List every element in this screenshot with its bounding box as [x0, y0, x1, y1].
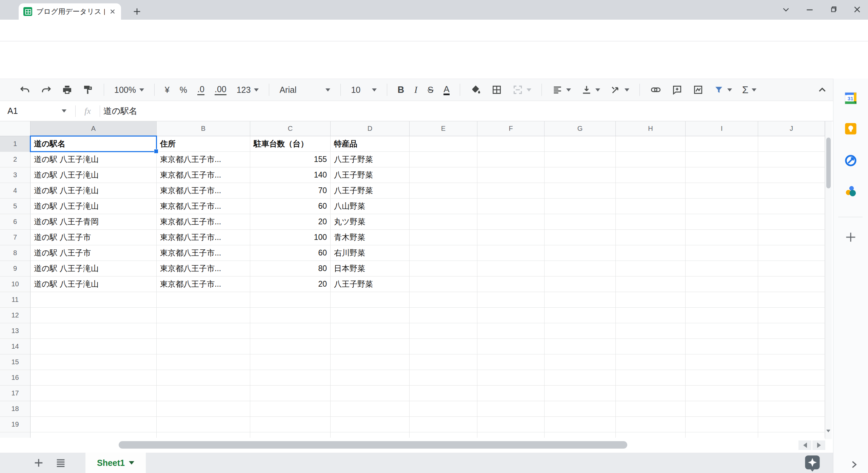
name-box-dropdown-icon[interactable]: [62, 109, 66, 112]
window-restore-button[interactable]: [826, 3, 841, 16]
cell-C9[interactable]: 80: [250, 261, 331, 276]
cell-C12[interactable]: [250, 308, 331, 323]
cell-C1[interactable]: 駐車台数（台）: [250, 136, 331, 152]
row-header-5[interactable]: 5: [0, 199, 31, 214]
cell-B16[interactable]: [157, 370, 250, 386]
cell-A6[interactable]: 道の駅 八王子青岡: [31, 214, 157, 230]
sheet-tab-active[interactable]: Sheet1: [85, 453, 146, 473]
keep-button[interactable]: [844, 122, 857, 136]
cell-B4[interactable]: 東京都八王子市...: [157, 183, 250, 199]
cell-B9[interactable]: 東京都八王子市...: [157, 261, 250, 276]
strikethrough-button[interactable]: S: [428, 85, 433, 95]
row-header-9[interactable]: 9: [0, 261, 31, 276]
cell-B11[interactable]: [157, 292, 250, 308]
cell-H10[interactable]: [616, 276, 686, 292]
cell-J17[interactable]: [758, 386, 825, 401]
cell-C4[interactable]: 70: [250, 183, 331, 199]
cell-C10[interactable]: 20: [250, 276, 331, 292]
cell-I16[interactable]: [686, 370, 758, 386]
cell-F8[interactable]: [477, 245, 545, 261]
cell-J3[interactable]: [758, 167, 825, 183]
cell-E18[interactable]: [410, 401, 477, 417]
italic-button[interactable]: I: [414, 85, 417, 95]
cell-F1[interactable]: [477, 136, 545, 152]
cell-I20[interactable]: [686, 432, 758, 438]
vertical-align-button[interactable]: [581, 84, 600, 95]
tab-search-button[interactable]: [778, 3, 793, 16]
cell-C17[interactable]: [250, 386, 331, 401]
scroll-left-button[interactable]: [798, 440, 811, 450]
bold-button[interactable]: B: [397, 85, 404, 95]
cell-H20[interactable]: [616, 432, 686, 438]
cell-D9[interactable]: 日本野菜: [331, 261, 410, 276]
cell-C16[interactable]: [250, 370, 331, 386]
cell-H1[interactable]: [616, 136, 686, 152]
cell-J11[interactable]: [758, 292, 825, 308]
cell-G8[interactable]: [545, 245, 616, 261]
cell-E1[interactable]: [410, 136, 477, 152]
row-header-11[interactable]: 11: [0, 292, 31, 308]
cell-I19[interactable]: [686, 417, 758, 432]
cell-G9[interactable]: [545, 261, 616, 276]
column-header-g[interactable]: G: [545, 121, 616, 136]
cell-H11[interactable]: [616, 292, 686, 308]
cell-J5[interactable]: [758, 199, 825, 214]
cell-E17[interactable]: [410, 386, 477, 401]
cell-F16[interactable]: [477, 370, 545, 386]
row-header-16[interactable]: 16: [0, 370, 31, 386]
cell-D17[interactable]: [331, 386, 410, 401]
increase-decimal-button[interactable]: .00: [215, 84, 226, 95]
cell-G5[interactable]: [545, 199, 616, 214]
row-header-14[interactable]: 14: [0, 339, 31, 354]
row-header-8[interactable]: 8: [0, 245, 31, 261]
cell-E7[interactable]: [410, 230, 477, 245]
print-icon[interactable]: [62, 84, 73, 95]
cell-D20[interactable]: [331, 432, 410, 438]
insert-chart-icon[interactable]: [693, 84, 704, 95]
contacts-button[interactable]: [844, 184, 857, 198]
get-addons-button[interactable]: [844, 230, 857, 244]
cell-C7[interactable]: 100: [250, 230, 331, 245]
cell-E4[interactable]: [410, 183, 477, 199]
row-header-19[interactable]: 19: [0, 417, 31, 432]
cell-E20[interactable]: [410, 432, 477, 438]
cell-E5[interactable]: [410, 199, 477, 214]
cell-G19[interactable]: [545, 417, 616, 432]
horizontal-align-button[interactable]: [552, 84, 571, 95]
cell-D12[interactable]: [331, 308, 410, 323]
cell-J6[interactable]: [758, 214, 825, 230]
cell-D16[interactable]: [331, 370, 410, 386]
cell-F13[interactable]: [477, 323, 545, 339]
cell-G2[interactable]: [545, 152, 616, 167]
cell-I14[interactable]: [686, 339, 758, 354]
cell-G18[interactable]: [545, 401, 616, 417]
cell-D1[interactable]: 特産品: [331, 136, 410, 152]
cell-E16[interactable]: [410, 370, 477, 386]
cell-D11[interactable]: [331, 292, 410, 308]
cell-B19[interactable]: [157, 417, 250, 432]
cell-A17[interactable]: [31, 386, 157, 401]
cell-A15[interactable]: [31, 354, 157, 370]
cell-H15[interactable]: [616, 354, 686, 370]
cell-B3[interactable]: 東京都八王子市...: [157, 167, 250, 183]
cell-G7[interactable]: [545, 230, 616, 245]
cell-G1[interactable]: [545, 136, 616, 152]
cell-C19[interactable]: [250, 417, 331, 432]
cell-B7[interactable]: 東京都八王子市...: [157, 230, 250, 245]
cell-A13[interactable]: [31, 323, 157, 339]
cell-I8[interactable]: [686, 245, 758, 261]
row-header-13[interactable]: 13: [0, 323, 31, 339]
filter-button[interactable]: [714, 85, 732, 95]
cell-A3[interactable]: 道の駅 八王子滝山: [31, 167, 157, 183]
cell-E14[interactable]: [410, 339, 477, 354]
cell-B5[interactable]: 東京都八王子市...: [157, 199, 250, 214]
cell-B12[interactable]: [157, 308, 250, 323]
cell-F20[interactable]: [477, 432, 545, 438]
cell-B6[interactable]: 東京都八王子市...: [157, 214, 250, 230]
row-header-1[interactable]: 1: [0, 136, 31, 152]
borders-icon[interactable]: [491, 84, 502, 95]
cell-G17[interactable]: [545, 386, 616, 401]
cell-I15[interactable]: [686, 354, 758, 370]
cell-H19[interactable]: [616, 417, 686, 432]
cell-F15[interactable]: [477, 354, 545, 370]
